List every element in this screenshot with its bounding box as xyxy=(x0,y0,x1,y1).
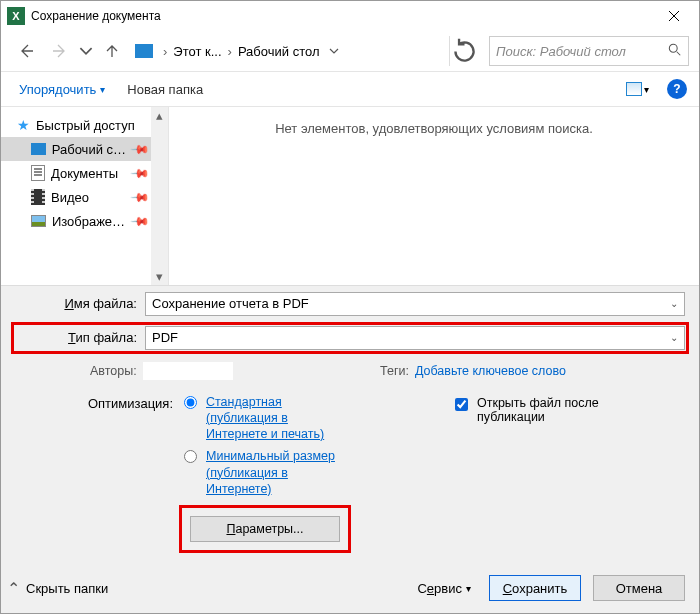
nav-back-button[interactable] xyxy=(11,36,41,66)
scrollbar[interactable] xyxy=(151,107,168,285)
nav-recent-button[interactable] xyxy=(79,36,93,66)
optimize-minimal-label[interactable]: Минимальный размер (публикация в Интерне… xyxy=(206,448,351,497)
search-input[interactable]: Поиск: Рабочий стол xyxy=(489,36,689,66)
tags-add-link[interactable]: Добавьте ключевое слово xyxy=(415,364,566,378)
filename-label: Имя файла: xyxy=(15,296,145,311)
tree-desktop[interactable]: Рабочий стол 📌 xyxy=(1,137,168,161)
documents-icon xyxy=(31,165,45,181)
refresh-button[interactable] xyxy=(449,36,479,66)
tree-quick-access[interactable]: ★ Быстрый доступ xyxy=(1,113,168,137)
breadcrumb-segment-desktop[interactable]: Рабочий стол xyxy=(238,44,320,59)
optimize-minimal-radio[interactable] xyxy=(184,450,197,463)
filetype-label: Тип файла: xyxy=(15,330,145,345)
nav-forward-button[interactable] xyxy=(45,36,75,66)
chevron-right-icon: › xyxy=(224,44,236,59)
images-icon xyxy=(31,215,46,227)
breadcrumb-dropdown[interactable] xyxy=(321,46,347,56)
desktop-icon xyxy=(31,143,46,155)
scroll-down-button[interactable]: ▾ xyxy=(151,268,168,285)
highlight-filetype: Тип файла: PDF ⌄ xyxy=(11,322,689,354)
chevron-right-icon: › xyxy=(159,44,171,59)
new-folder-button[interactable]: Новая папка xyxy=(127,82,203,97)
authors-value[interactable] xyxy=(143,362,233,380)
optimize-standard-label[interactable]: Стандартная (публикация в Интернете и пе… xyxy=(206,394,351,443)
chevron-down-icon: ▾ xyxy=(644,84,649,95)
tags-label: Теги: xyxy=(380,364,409,378)
app-icon-excel: X xyxy=(7,7,25,25)
pin-icon: 📌 xyxy=(130,163,151,184)
parameters-button[interactable]: Параметры... xyxy=(190,516,340,542)
save-button[interactable]: Сохранить xyxy=(489,575,581,601)
svg-point-0 xyxy=(669,44,677,52)
view-options-button[interactable]: ▾ xyxy=(626,82,649,96)
cancel-button[interactable]: Отмена xyxy=(593,575,685,601)
filetype-select[interactable]: PDF ⌄ xyxy=(145,326,685,350)
scroll-up-button[interactable]: ▴ xyxy=(151,107,168,124)
chevron-down-icon: ▾ xyxy=(466,583,471,594)
pin-icon: 📌 xyxy=(130,211,151,232)
tree-video[interactable]: Видео 📌 xyxy=(1,185,168,209)
tree-documents[interactable]: Документы 📌 xyxy=(1,161,168,185)
search-placeholder: Поиск: Рабочий стол xyxy=(496,44,668,59)
chevron-down-icon: ▾ xyxy=(100,84,105,95)
hide-folders-toggle[interactable]: ⌃ Скрыть папки xyxy=(7,579,108,598)
breadcrumb-segment-pc[interactable]: Этот к... xyxy=(173,44,221,59)
empty-message: Нет элементов, удовлетворяющих условиям … xyxy=(275,121,593,136)
pin-icon: 📌 xyxy=(130,139,151,160)
chevron-down-icon: ⌄ xyxy=(670,298,678,309)
video-icon xyxy=(31,189,45,205)
search-icon xyxy=(668,43,682,60)
organize-menu[interactable]: Упорядочить ▾ xyxy=(13,78,111,101)
open-after-label[interactable]: Открыть файл после публикации xyxy=(477,396,637,424)
breadcrumb[interactable]: › Этот к... › Рабочий стол xyxy=(131,36,445,66)
open-after-checkbox[interactable] xyxy=(455,398,468,411)
optimize-label: Оптимизация: xyxy=(55,394,179,504)
tools-menu[interactable]: Сервис ▾ xyxy=(411,581,477,596)
chevron-up-icon: ⌃ xyxy=(7,579,20,598)
help-button[interactable]: ? xyxy=(667,79,687,99)
chevron-down-icon: ⌄ xyxy=(670,332,678,343)
nav-up-button[interactable] xyxy=(97,36,127,66)
optimize-standard-radio[interactable] xyxy=(184,396,197,409)
file-list-area: Нет элементов, удовлетворяющих условиям … xyxy=(169,107,699,285)
this-pc-icon xyxy=(135,44,153,58)
window-close-button[interactable] xyxy=(651,1,697,31)
folder-tree: ▴ ▾ ★ Быстрый доступ Рабочий стол 📌 Доку… xyxy=(1,107,169,285)
star-icon: ★ xyxy=(17,117,30,133)
tree-images[interactable]: Изображения 📌 xyxy=(1,209,168,233)
pin-icon: 📌 xyxy=(130,187,151,208)
window-title: Сохранение документа xyxy=(31,9,651,23)
highlight-parameters: Параметры... xyxy=(179,505,351,553)
view-icon xyxy=(626,82,642,96)
authors-label: Авторы: xyxy=(90,364,137,378)
filename-input[interactable]: Сохранение отчета в PDF ⌄ xyxy=(145,292,685,316)
